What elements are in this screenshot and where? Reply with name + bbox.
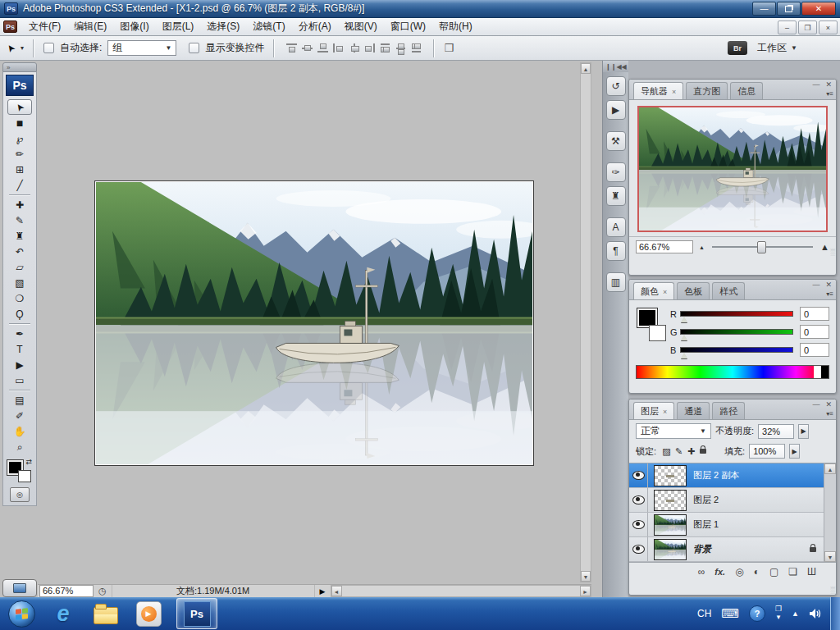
history-brush-tool[interactable]: ↶ bbox=[7, 244, 32, 259]
align-bottom-edges-icon[interactable] bbox=[317, 43, 329, 53]
zoom-in-icon[interactable]: ▲ bbox=[820, 242, 829, 252]
layer-list-scrollbar[interactable]: ▲ ▼ bbox=[824, 463, 836, 562]
show-transform-checkbox[interactable] bbox=[189, 43, 199, 53]
fill-field[interactable]: 100% bbox=[749, 444, 785, 459]
align-top-edges-icon[interactable] bbox=[285, 43, 298, 53]
panel-close-icon[interactable]: ✕ bbox=[825, 400, 832, 409]
menu-edit[interactable]: 编辑(E) bbox=[67, 17, 113, 36]
collapse-dock-icon[interactable]: ◀◀ bbox=[616, 63, 626, 71]
start-button[interactable] bbox=[8, 600, 35, 628]
tab-nav-histogram[interactable]: 直方图 bbox=[686, 82, 728, 99]
close-tab-icon[interactable]: × bbox=[663, 408, 667, 416]
resize-grip-icon[interactable]: ░ bbox=[830, 249, 834, 256]
quick-mask-button[interactable]: ◎ bbox=[10, 487, 30, 502]
slider-thumb-icon[interactable] bbox=[681, 353, 687, 358]
layer-visibility-toggle[interactable] bbox=[629, 537, 648, 561]
channel-slider[interactable] bbox=[680, 329, 793, 335]
link-layers-icon[interactable]: ∞ bbox=[698, 567, 705, 577]
close-tab-icon[interactable]: × bbox=[672, 88, 676, 96]
scroll-up-icon[interactable]: ▲ bbox=[824, 463, 836, 474]
language-indicator[interactable]: CH bbox=[697, 608, 711, 619]
channel-value-field[interactable]: 0 bbox=[800, 325, 829, 339]
horizontal-scrollbar[interactable]: ◄ ► bbox=[331, 585, 591, 597]
distribute-bottom-edges-icon[interactable] bbox=[410, 43, 422, 53]
scroll-down-icon[interactable]: ▼ bbox=[824, 551, 836, 562]
scroll-down-icon[interactable]: ▼ bbox=[581, 571, 591, 582]
background-color-swatch[interactable] bbox=[649, 325, 666, 341]
help-tray-icon[interactable]: ? bbox=[749, 605, 765, 622]
tab-color-swatches[interactable]: 色板 bbox=[677, 282, 710, 299]
taskbar-internet-explorer-icon[interactable]: e bbox=[48, 599, 78, 628]
taskbar-photoshop-button[interactable]: Ps bbox=[176, 598, 217, 629]
spot-healing-brush-tool[interactable]: ✚ bbox=[7, 197, 32, 212]
notes-tool[interactable]: ▤ bbox=[7, 392, 32, 408]
tool-presets-panel-icon[interactable]: ⚒ bbox=[606, 131, 626, 151]
layer-row[interactable]: 背景 bbox=[629, 537, 824, 562]
hand-tool[interactable]: ✋ bbox=[7, 423, 32, 439]
new-layer-icon[interactable]: ❏ bbox=[788, 567, 797, 577]
channel-value-field[interactable]: 0 bbox=[800, 307, 829, 321]
menu-file[interactable]: 文件(F) bbox=[22, 17, 67, 36]
menu-filter[interactable]: 滤镜(T) bbox=[246, 17, 291, 36]
workspace-button[interactable]: 工作区 ▼ bbox=[754, 39, 801, 57]
layer-visibility-toggle[interactable] bbox=[629, 513, 648, 536]
white-swatch[interactable] bbox=[814, 366, 821, 378]
document-canvas[interactable] bbox=[94, 180, 534, 466]
new-group-icon[interactable]: ▢ bbox=[769, 567, 778, 577]
panel-minimize-icon[interactable]: — bbox=[812, 281, 819, 289]
toolbox-collapse-header[interactable]: » bbox=[2, 62, 37, 72]
channel-slider[interactable] bbox=[680, 347, 793, 353]
restore-button[interactable] bbox=[777, 2, 801, 16]
rectangular-marquee-tool[interactable]: ■ bbox=[7, 115, 32, 130]
doc-close-button[interactable]: × bbox=[819, 21, 838, 34]
brushes-panel-icon[interactable]: ✑ bbox=[606, 162, 626, 182]
lock-transparent-pixels-icon[interactable]: ▨ bbox=[660, 446, 673, 457]
eraser-tool[interactable]: ▱ bbox=[7, 259, 32, 275]
tab-nav-info[interactable]: 信息 bbox=[730, 82, 763, 99]
show-hidden-icons-button[interactable]: ▲ bbox=[792, 609, 799, 618]
layer-row[interactable]: 图层 1 bbox=[629, 513, 824, 537]
path-selection-tool[interactable]: ▶ bbox=[7, 357, 32, 372]
delete-layer-icon[interactable]: Ш bbox=[807, 567, 816, 577]
tab-layers-layers[interactable]: 图层× bbox=[633, 402, 674, 419]
tab-layers-paths[interactable]: 路径 bbox=[712, 402, 745, 419]
go-to-bridge-icon[interactable]: Br bbox=[728, 41, 747, 55]
paragraph-panel-icon[interactable]: ¶ bbox=[606, 241, 626, 261]
menu-view[interactable]: 视图(V) bbox=[338, 17, 384, 36]
auto-select-combo[interactable]: 组 ▼ bbox=[107, 40, 176, 56]
character-panel-icon[interactable]: A bbox=[606, 217, 626, 237]
panel-close-icon[interactable]: ✕ bbox=[825, 281, 832, 289]
move-tool[interactable]: ➤ bbox=[7, 99, 32, 115]
tab-color-color[interactable]: 颜色× bbox=[633, 282, 674, 299]
channel-slider[interactable] bbox=[680, 311, 793, 317]
lock-position-icon[interactable]: ✚ bbox=[685, 446, 697, 457]
menu-help[interactable]: 帮助(H) bbox=[432, 17, 479, 36]
layer-style-icon[interactable]: fx. bbox=[714, 568, 725, 577]
layer-row[interactable]: 图层 2 bbox=[629, 488, 824, 513]
volume-icon[interactable] bbox=[809, 608, 822, 619]
clone-stamp-tool[interactable]: ♜ bbox=[7, 228, 32, 244]
crop-tool[interactable]: ⊞ bbox=[7, 162, 32, 177]
layer-comps-panel-icon[interactable]: ▥ bbox=[606, 272, 626, 292]
scroll-left-icon[interactable]: ◄ bbox=[331, 586, 342, 596]
dock-header[interactable]: ❙❙ ◀◀ bbox=[603, 61, 628, 72]
lock-all-icon[interactable] bbox=[700, 449, 706, 454]
opacity-field[interactable]: 32% bbox=[758, 424, 794, 439]
minimize-button[interactable]: — bbox=[752, 2, 776, 16]
tab-color-styles[interactable]: 样式 bbox=[712, 282, 745, 299]
menu-layer[interactable]: 图层(L) bbox=[156, 17, 201, 36]
menu-image[interactable]: 图像(I) bbox=[113, 17, 155, 36]
doc-minimize-button[interactable]: – bbox=[778, 21, 797, 34]
panel-menu-icon[interactable]: ▾≡ bbox=[826, 290, 833, 298]
slider-thumb-icon[interactable] bbox=[681, 317, 687, 322]
color-spectrum-ramp[interactable] bbox=[636, 365, 829, 379]
panel-close-icon[interactable]: ✕ bbox=[825, 80, 832, 89]
status-zoom-field[interactable]: 66.67% bbox=[39, 585, 94, 597]
background-color-swatch[interactable] bbox=[18, 470, 31, 482]
navigator-zoom-field[interactable]: 66.67% bbox=[636, 240, 693, 253]
adjustment-layer-icon[interactable]: ◐ bbox=[754, 567, 760, 577]
title-bar[interactable]: Ps Adobe Photoshop CS3 Extended - [X1-2.… bbox=[0, 0, 840, 18]
align-right-edges-icon[interactable] bbox=[363, 43, 376, 53]
auto-align-layers-icon[interactable]: ❒ bbox=[444, 42, 454, 54]
slider-thumb[interactable] bbox=[757, 241, 766, 253]
